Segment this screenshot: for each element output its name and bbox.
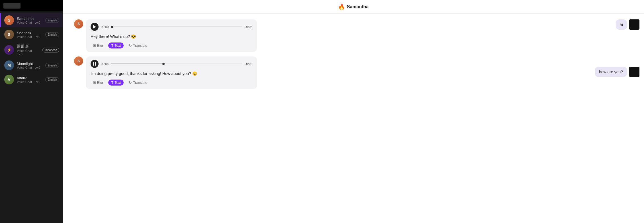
lang-badge-moonlight: English bbox=[45, 63, 59, 68]
contact-name-samantha: Samantha bbox=[17, 17, 42, 21]
contact-info-moonlight: Moonlight Voice Chat Lv.0 bbox=[17, 62, 42, 69]
msg-avatar-1: S bbox=[74, 19, 83, 29]
avatar-sherlock: S bbox=[4, 30, 14, 39]
blur-button-2[interactable]: ⊞ Blur bbox=[91, 80, 105, 86]
action-row-1: ⊞ Blur T Text ↻ Translate bbox=[91, 42, 252, 48]
waveform-dot-1 bbox=[111, 26, 113, 28]
sidebar: S Samantha Voice Chat Lv.0 English S She… bbox=[0, 0, 63, 223]
waveform-2[interactable] bbox=[111, 60, 242, 67]
contact-meta-raiden: Voice Chat Lv.0 bbox=[17, 49, 40, 56]
msg-text-2: I'm doing pretty good, thanks for asking… bbox=[91, 71, 252, 77]
lang-badge-samantha: English bbox=[45, 18, 59, 23]
pause-button-2[interactable] bbox=[91, 60, 99, 68]
sidebar-item-raiden[interactable]: ⚡ 雷電 影 Voice Chat Lv.0 Japanese bbox=[0, 42, 63, 58]
sidebar-item-vitalik[interactable]: V Vitalik Voice Chat Lv.0 English bbox=[0, 72, 63, 87]
avatar-vitalik: V bbox=[4, 75, 14, 84]
msg-text-1: Hey there! What's up? 😎 bbox=[91, 34, 252, 40]
contact-info-samantha: Samantha Voice Chat Lv.0 bbox=[17, 17, 42, 24]
message-row-2: S 00:04 bbox=[74, 56, 633, 89]
blur-icon-2: ⊞ bbox=[93, 80, 96, 85]
sent-message-1: hi bbox=[616, 19, 639, 30]
contact-name-raiden: 雷電 影 bbox=[17, 44, 40, 49]
lang-badge-sherlock: English bbox=[45, 32, 59, 37]
sidebar-logo bbox=[3, 3, 21, 9]
message-bubble-1: 00:00 00:03 Hey there! What's up? 😎 bbox=[86, 19, 257, 52]
avatar-raiden: ⚡ bbox=[4, 45, 14, 55]
translate-icon-2: ↻ bbox=[129, 80, 132, 85]
translate-button-1[interactable]: ↻ Translate bbox=[126, 42, 150, 48]
avatar-moonlight: M bbox=[4, 60, 14, 70]
waveform-dot-2 bbox=[162, 63, 165, 65]
lang-badge-raiden: Japanese bbox=[42, 48, 59, 52]
lang-badge-vitalik: English bbox=[45, 77, 59, 82]
sidebar-item-sherlock[interactable]: S Sherlock Voice Chat Lv.0 English bbox=[0, 27, 63, 42]
sidebar-item-samantha[interactable]: S Samantha Voice Chat Lv.0 English bbox=[0, 13, 63, 27]
sent-avatar-1 bbox=[629, 19, 639, 30]
time-end-1: 00:03 bbox=[244, 25, 252, 29]
svg-marker-0 bbox=[93, 25, 96, 29]
time-end-2: 00:05 bbox=[244, 62, 252, 66]
sent-bubble-2: how are you? bbox=[595, 67, 627, 77]
text-button-1[interactable]: T Text bbox=[108, 42, 124, 48]
translate-icon-1: ↻ bbox=[129, 43, 132, 48]
action-row-2: ⊞ Blur T Text ↻ Translate bbox=[91, 80, 252, 86]
blur-icon-1: ⊞ bbox=[93, 43, 96, 48]
msg-avatar-2: S bbox=[74, 56, 83, 66]
text-button-2[interactable]: T Text bbox=[108, 80, 124, 86]
contact-name-vitalik: Vitalik bbox=[17, 76, 42, 80]
sidebar-header bbox=[0, 0, 63, 11]
svg-rect-1 bbox=[93, 62, 94, 66]
sent-message-2: how are you? bbox=[595, 67, 639, 77]
contact-name-moonlight: Moonlight bbox=[17, 62, 42, 66]
message-row-1: S 00:00 bbox=[74, 19, 633, 52]
contact-name-sherlock: Sherlock bbox=[17, 31, 42, 35]
chat-area: hi how are you? S bbox=[63, 14, 644, 223]
time-start-1: 00:00 bbox=[101, 25, 109, 29]
sent-bubble-1: hi bbox=[616, 19, 627, 30]
sidebar-item-moonlight[interactable]: M Moonlight Voice Chat Lv.0 English bbox=[0, 58, 63, 72]
message-bubble-2: 00:04 00:05 I'm doing pretty good, thank… bbox=[86, 56, 257, 89]
text-icon-1: T bbox=[111, 43, 113, 48]
contact-info-vitalik: Vitalik Voice Chat Lv.0 bbox=[17, 76, 42, 84]
play-button-1[interactable] bbox=[91, 23, 99, 31]
message-wrapper-1: S 00:00 bbox=[74, 19, 633, 52]
fire-icon: 🔥 bbox=[338, 3, 345, 10]
contact-meta-sherlock: Voice Chat Lv.0 bbox=[17, 35, 42, 38]
audio-row-2: 00:04 00:05 bbox=[91, 60, 252, 68]
contact-list: S Samantha Voice Chat Lv.0 English S She… bbox=[0, 11, 63, 88]
avatar-samantha: S bbox=[4, 15, 14, 25]
main-panel: 🔥 Samantha hi how are you? S bbox=[63, 0, 644, 223]
chat-title: Samantha bbox=[347, 4, 369, 9]
waveform-1[interactable] bbox=[111, 23, 242, 30]
time-start-2: 00:04 bbox=[101, 62, 109, 66]
contact-meta-samantha: Voice Chat Lv.0 bbox=[17, 21, 42, 24]
audio-row-1: 00:00 00:03 bbox=[91, 23, 252, 31]
contact-meta-moonlight: Voice Chat Lv.0 bbox=[17, 66, 42, 69]
translate-button-2[interactable]: ↻ Translate bbox=[126, 80, 150, 86]
contact-info-sherlock: Sherlock Voice Chat Lv.0 bbox=[17, 31, 42, 38]
svg-rect-2 bbox=[95, 62, 96, 66]
chat-header: 🔥 Samantha bbox=[63, 0, 644, 14]
text-icon-2: T bbox=[111, 80, 113, 85]
blur-button-1[interactable]: ⊞ Blur bbox=[91, 42, 105, 48]
contact-meta-vitalik: Voice Chat Lv.0 bbox=[17, 80, 42, 84]
message-wrapper-2: S 00:04 bbox=[74, 56, 633, 89]
sent-avatar-2 bbox=[629, 67, 639, 77]
contact-info-raiden: 雷電 影 Voice Chat Lv.0 bbox=[17, 44, 40, 56]
